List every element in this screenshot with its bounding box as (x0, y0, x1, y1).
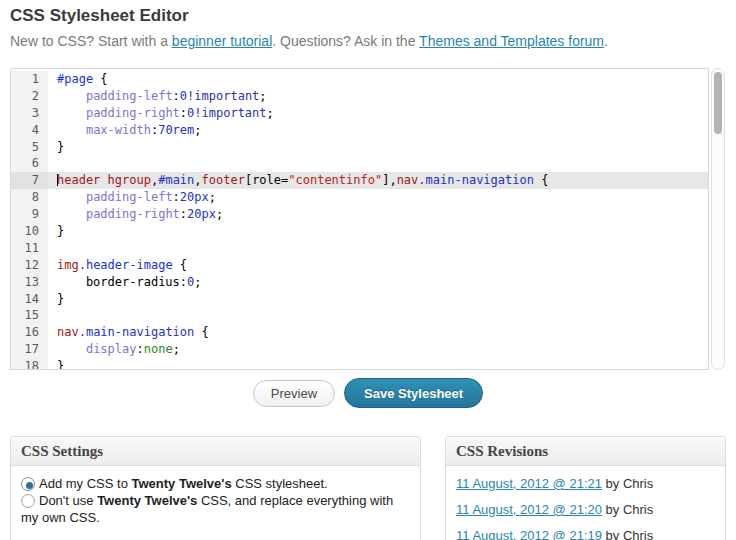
code-lines-container: 1#page {2 padding-left:0!important;3 pad… (11, 69, 708, 370)
code-line[interactable]: 16nav.main-navigation { (11, 324, 708, 341)
beginner-tutorial-link[interactable]: beginner tutorial (172, 33, 272, 49)
code-token-imp: !important (187, 89, 259, 103)
code-token-prop: padding-left (86, 190, 173, 204)
code-token-plain: { (534, 173, 548, 187)
code-line[interactable]: 15 (11, 307, 708, 324)
code-token-plain: ; (267, 106, 274, 120)
code-token-atom: #page (57, 72, 93, 86)
css-code-editor[interactable]: 1#page {2 padding-left:0!important;3 pad… (10, 68, 709, 370)
css-revisions-panel: CSS Revisions 11 August, 2012 @ 21:21 by… (445, 436, 726, 540)
code-token-prop: display (86, 342, 137, 356)
revision-link[interactable]: 11 August, 2012 @ 21:19 (456, 528, 602, 540)
code-token-plain: : (180, 106, 187, 120)
line-number: 14 (11, 291, 48, 308)
line-number: 13 (11, 274, 48, 291)
code-line[interactable]: 11 (11, 240, 708, 257)
line-number: 10 (11, 223, 48, 240)
code-line-text (48, 155, 708, 172)
code-line-text: nav.main-navigation { (48, 324, 708, 341)
scrollbar-track[interactable] (711, 68, 725, 370)
revision-author: by Chris (602, 502, 653, 517)
code-token-tag: nav (57, 325, 79, 339)
code-token-plain (100, 173, 107, 187)
code-line-text: padding-right:20px; (48, 206, 708, 223)
css-revisions-body: 11 August, 2012 @ 21:21 by Chris11 Augus… (446, 466, 725, 540)
code-token-plain: } (57, 292, 64, 306)
css-setting-radio-2[interactable] (21, 494, 35, 508)
revision-author: by Chris (602, 528, 653, 540)
code-line[interactable]: 3 padding-right:0!important; (11, 105, 708, 122)
save-stylesheet-button[interactable]: Save Stylesheet (344, 378, 483, 408)
code-token-num: 20px (180, 190, 209, 204)
revision-link[interactable]: 11 August, 2012 @ 21:21 (456, 476, 602, 491)
line-number: 1 (11, 71, 48, 88)
css-setting-radio-1[interactable] (21, 477, 35, 491)
code-line[interactable]: 9 padding-right:20px; (11, 206, 708, 223)
code-token-atom: #main (158, 173, 194, 187)
code-token-string: "contentinfo" (288, 173, 382, 187)
code-line[interactable]: 1#page { (11, 71, 708, 88)
code-token-plain: } (57, 140, 64, 154)
code-token-tag: nav (397, 173, 419, 187)
code-line[interactable]: 7header hgroup,#main,footer[role="conten… (11, 172, 708, 189)
intro-part1: New to CSS? Start with a (10, 33, 172, 49)
code-token-plain: border-radius: (57, 275, 187, 289)
code-token-prop: padding-right (86, 207, 180, 221)
code-token-plain: : (173, 190, 180, 204)
code-line[interactable]: 18} (11, 358, 708, 370)
code-line-text: } (48, 139, 708, 156)
css-setting-option-1[interactable]: Add my CSS to Twenty Twelve's CSS styles… (21, 475, 410, 492)
option-text: Twenty Twelve's (97, 493, 197, 508)
code-line[interactable]: 12img.header-image { (11, 257, 708, 274)
preview-button[interactable]: Preview (253, 380, 335, 407)
code-line-text: header hgroup,#main,footer[role="content… (48, 172, 708, 189)
code-line-text: max-width:70rem; (48, 122, 708, 139)
css-revisions-title: CSS Revisions (456, 443, 548, 459)
code-line[interactable]: 5} (11, 139, 708, 156)
code-token-plain: : (180, 207, 187, 221)
code-token-plain (57, 106, 86, 120)
code-line[interactable]: 13 border-radius:0; (11, 274, 708, 291)
code-line-text: padding-left:0!important; (48, 88, 708, 105)
code-token-plain (57, 190, 86, 204)
line-number: 2 (11, 88, 48, 105)
code-token-kw: none (144, 342, 173, 356)
scrollbar-thumb[interactable] (714, 72, 722, 134)
code-token-plain: : (173, 89, 180, 103)
line-number: 11 (11, 240, 48, 257)
code-line[interactable]: 8 padding-left:20px; (11, 189, 708, 206)
line-number: 7 (11, 172, 48, 189)
css-setting-option-2[interactable]: Don't use Twenty Twelve's CSS, and repla… (21, 492, 410, 526)
revision-link[interactable]: 11 August, 2012 @ 21:20 (456, 502, 602, 517)
css-settings-title: CSS Settings (21, 443, 103, 459)
themes-forum-link[interactable]: Themes and Templates forum (419, 33, 604, 49)
code-line[interactable]: 4 max-width:70rem; (11, 122, 708, 139)
line-number: 15 (11, 307, 48, 324)
code-token-prop: padding-right (86, 106, 180, 120)
code-line[interactable]: 2 padding-left:0!important; (11, 88, 708, 105)
code-token-tag: hgroup (108, 173, 151, 187)
code-line[interactable]: 14} (11, 291, 708, 308)
code-token-plain: } (57, 359, 64, 370)
code-token-plain: { (173, 258, 187, 272)
code-line[interactable]: 10} (11, 223, 708, 240)
option-text: CSS stylesheet. (232, 476, 328, 491)
code-token-plain (57, 342, 86, 356)
code-token-atom: .header-image (79, 258, 173, 272)
code-line[interactable]: 17 display:none; (11, 341, 708, 358)
intro-part3: . (604, 33, 608, 49)
code-token-plain (57, 123, 86, 137)
code-line[interactable]: 6 (11, 155, 708, 172)
code-token-plain: ; (216, 207, 223, 221)
code-token-tag: img (57, 258, 79, 272)
revision-item: 11 August, 2012 @ 21:19 by Chris (456, 527, 715, 540)
code-token-plain: [role= (245, 173, 288, 187)
revision-author: by Chris (602, 476, 653, 491)
code-token-plain: ; (173, 342, 180, 356)
revision-item: 11 August, 2012 @ 21:20 by Chris (456, 501, 715, 518)
code-token-plain: ; (194, 275, 201, 289)
line-number: 17 (11, 341, 48, 358)
css-settings-header: CSS Settings (11, 437, 420, 466)
code-token-plain: { (194, 325, 208, 339)
code-token-plain: { (93, 72, 107, 86)
